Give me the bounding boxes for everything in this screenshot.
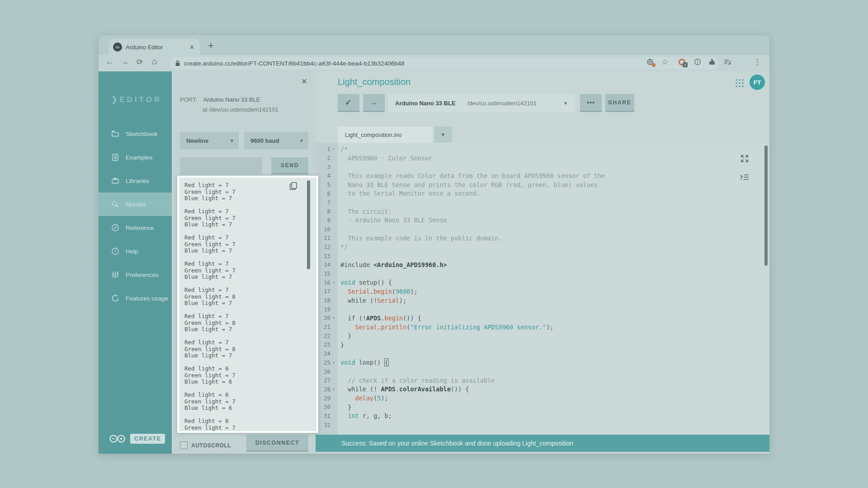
code-line[interactable]: 25▾void loop() { (316, 358, 769, 367)
serial-line: Blue light = 7 (184, 195, 303, 202)
autoscroll-control[interactable]: AUTOSCROLL (180, 441, 231, 449)
code-line[interactable]: 30 } (316, 403, 769, 412)
code-line[interactable]: 15 (316, 269, 769, 278)
verify-button[interactable]: ✓ (338, 94, 359, 112)
code-line[interactable]: 4 This example reads Color data from the… (316, 171, 769, 180)
tab-close-icon[interactable]: ✕ (189, 44, 195, 51)
serial-block: Red light = 7Green light = 7Blue light =… (184, 182, 303, 202)
apps-grid-icon[interactable] (735, 79, 744, 89)
code-line[interactable]: 32 (316, 420, 769, 429)
code-line[interactable]: 16▾void setup() { (316, 278, 769, 287)
back-icon[interactable]: ← (106, 57, 113, 66)
code-line[interactable]: 5 Nano 33 BLE Sense and prints the color… (316, 180, 769, 189)
code-line[interactable]: 10 (316, 225, 769, 234)
sidebar-item-preferences[interactable]: Preferences (99, 263, 172, 286)
avatar[interactable]: FT (750, 75, 765, 90)
sidebar-item-features-usage[interactable]: Features usage (99, 286, 172, 310)
code-line[interactable]: 18 while (!Serial); (316, 296, 769, 305)
code-line[interactable]: 31 int r, g, b; (316, 412, 769, 421)
new-tab-button[interactable]: + (208, 40, 214, 52)
serial-scrollbar[interactable] (307, 180, 310, 269)
reload-icon[interactable]: ⟳ (137, 57, 143, 67)
serial-block: Red light = 7Green light = 7Blue light =… (184, 235, 303, 254)
line-gutter: 29 (316, 395, 338, 402)
code-line[interactable]: 26 (316, 367, 769, 376)
monitor-icon (111, 200, 119, 208)
browser-tab-strip: ∞ Arduino Editor ✕ + (99, 35, 769, 55)
serial-block: Red light = 7Green light = 8Blue light =… (184, 339, 303, 359)
status-bar: Success: Saved on your online Sketchbook… (316, 435, 769, 452)
sidebar-item-monitor[interactable]: Monitor (99, 192, 172, 216)
share-button[interactable]: SHARE (605, 94, 634, 112)
sidebar-item-examples[interactable]: Examples (99, 145, 172, 169)
preferences-icon (111, 271, 119, 279)
console-icon[interactable] (740, 174, 750, 183)
file-tab[interactable]: Light_composition.ino (338, 127, 433, 143)
playlist-icon[interactable] (723, 58, 731, 66)
sidebar-item-help[interactable]: ?Help (99, 239, 172, 263)
code-line[interactable]: 21 Serial.println("Error initializing AP… (316, 323, 769, 332)
browser-menu-icon[interactable]: ⋮ (753, 58, 761, 66)
code-line[interactable]: 28▾ while (! APDS.colorAvailable()) { (316, 385, 769, 394)
code-line[interactable]: 24 (316, 349, 769, 358)
address-bar[interactable]: create.arduino.cc/editor/FT-CONTENT/6b41… (170, 57, 718, 70)
code-editor[interactable]: 1▾/*2 APDS9960 - Color Sensor34 This exa… (316, 143, 769, 435)
code-line[interactable]: 11 This example code is in the public do… (316, 234, 769, 243)
baud-rate-select[interactable]: 9600 baud ▼ (244, 132, 308, 149)
code-line[interactable]: 1▾/* (316, 145, 769, 154)
more-options-button[interactable]: ••• (580, 94, 602, 112)
line-ending-select[interactable]: Newline ▼ (180, 132, 239, 149)
code-line[interactable]: 13 (316, 251, 769, 260)
autoscroll-checkbox[interactable] (180, 441, 188, 449)
upload-button[interactable]: → (363, 94, 385, 112)
reference-icon (111, 224, 119, 232)
code-line[interactable]: 3 (316, 162, 769, 171)
line-gutter: 28▾ (316, 386, 338, 393)
serial-line: Red light = 7 (184, 208, 303, 215)
code-line[interactable]: 8 The circuit: (316, 207, 769, 216)
code-line[interactable]: 19 (316, 305, 769, 314)
code-line[interactable]: 9 - Arduino Nano 33 BLE Sense (316, 216, 769, 225)
file-tab-menu-button[interactable]: ▼ (434, 127, 452, 143)
code-line[interactable]: 29 delay(5); (316, 394, 769, 403)
code-text: delay(5); (338, 394, 388, 402)
extension-avatar-icon[interactable]: 1 (678, 58, 686, 66)
sidebar-item-label: Help (126, 248, 138, 255)
code-line[interactable]: 20▾ if (!APDS.begin()) { (316, 314, 769, 323)
disconnect-button[interactable]: DISCONNECT (246, 435, 308, 452)
code-line[interactable]: 22 } (316, 331, 769, 340)
code-text: void loop() { (338, 359, 388, 366)
serial-line: Green light = 7 (184, 189, 303, 196)
sidebar-item-reference[interactable]: Reference (99, 216, 172, 239)
serial-output[interactable]: Red light = 7Green light = 7Blue light =… (184, 182, 303, 431)
fullscreen-icon[interactable] (740, 154, 750, 165)
code-line[interactable]: 12*/ (316, 243, 769, 252)
forward-icon[interactable]: → (121, 57, 129, 66)
code-line[interactable]: 27 // check if a color reading is availa… (316, 376, 769, 385)
code-line[interactable]: 23} (316, 340, 769, 349)
board-select[interactable]: Arduino Nano 33 BLE /dev/cu.usbmodem1421… (388, 94, 575, 112)
browser-tab[interactable]: ∞ Arduino Editor ✕ (108, 39, 200, 55)
editor-logo: ❯EDITOR (111, 95, 162, 104)
monitor-close-icon[interactable]: ✕ (301, 77, 307, 86)
code-line[interactable]: 6 to the Serial Monitor once a second. (316, 189, 769, 198)
serial-message-input[interactable] (180, 157, 262, 174)
sidebar-item-libraries[interactable]: Libraries (99, 169, 172, 192)
code-line[interactable]: 7 (316, 198, 769, 207)
code-line[interactable]: 17 Serial.begin(9600); (316, 287, 769, 296)
code-line[interactable]: 2 APDS9960 - Color Sensor (316, 154, 769, 163)
editor-scrollbar[interactable] (764, 145, 768, 266)
code-line[interactable]: 14#include <Arduino_APDS9960.h> (316, 260, 769, 269)
extensions-puzzle-icon[interactable] (708, 58, 716, 66)
bookmark-star-icon[interactable]: ☆ (661, 58, 669, 66)
copy-icon[interactable] (288, 181, 298, 191)
chevron-down-icon: ▼ (299, 138, 304, 143)
translate-icon[interactable] (646, 58, 654, 66)
home-icon[interactable]: ⌂ (152, 56, 157, 66)
send-button[interactable]: SEND (271, 157, 308, 174)
sidebar: ❯EDITOR SketchbookExamplesLibrariesMonit… (99, 71, 172, 454)
info-icon[interactable]: ! (693, 58, 702, 66)
sidebar-item-sketchbook[interactable]: Sketchbook (99, 122, 172, 145)
line-gutter: 14 (316, 261, 338, 268)
line-gutter: 6 (316, 190, 338, 197)
